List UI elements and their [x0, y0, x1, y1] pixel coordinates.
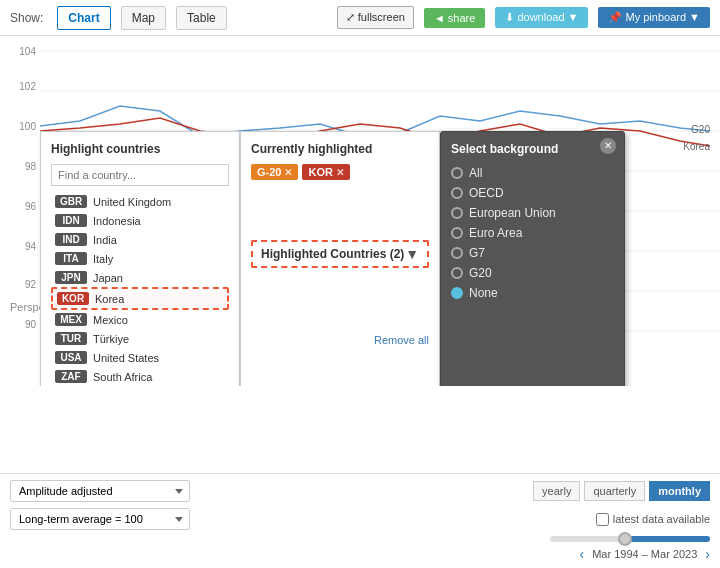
highlighted-tag[interactable]: KOR ✕	[302, 164, 349, 180]
country-name: Japan	[93, 272, 123, 284]
tab-chart[interactable]: Chart	[57, 6, 110, 30]
bg-option-label: G20	[469, 266, 492, 280]
radio-circle	[451, 227, 463, 239]
country-list: GBR United Kingdom IDN Indonesia IND Ind…	[51, 192, 229, 386]
bg-option[interactable]: OECD	[451, 186, 614, 200]
bg-option[interactable]: None	[451, 286, 614, 300]
country-code-badge: ZAF	[55, 370, 87, 383]
country-name: South Africa	[93, 371, 152, 383]
date-nav: ‹ Mar 1994 – Mar 2023 ›	[579, 546, 710, 562]
tag-remove-icon[interactable]: ✕	[284, 167, 292, 178]
country-item[interactable]: KOR Korea	[51, 287, 229, 310]
bg-options: All OECD European Union Euro Area G7 G20…	[451, 166, 614, 300]
country-item[interactable]: GBR United Kingdom	[51, 192, 229, 211]
country-item[interactable]: ITA Italy	[51, 249, 229, 268]
chart-area: 104 102 100 98 96 94 92 90 G20 Korea Per…	[0, 36, 720, 386]
top-bar: Show: Chart Map Table ⤢ fullscreen ◄ sha…	[0, 0, 720, 36]
remove-all-link[interactable]: Remove all	[374, 334, 429, 346]
highlight-panel-title: Highlight countries	[51, 142, 229, 156]
country-code-badge: IND	[55, 233, 87, 246]
bg-option[interactable]: European Union	[451, 206, 614, 220]
bg-option-label: None	[469, 286, 498, 300]
radio-circle	[451, 267, 463, 279]
bg-option-label: Euro Area	[469, 226, 522, 240]
highlighted-countries-label: Highlighted Countries (2)	[261, 247, 404, 261]
fullscreen-button[interactable]: ⤢ fullscreen	[337, 6, 414, 29]
bg-panel-close-button[interactable]: ✕	[600, 138, 616, 154]
bottom-row3: ‹ Mar 1994 – Mar 2023 ›	[10, 536, 710, 562]
bottom-row2: Long-term average = 100 latest data avai…	[10, 508, 710, 530]
bg-option-label: G7	[469, 246, 485, 260]
show-label: Show:	[10, 11, 43, 25]
freq-yearly[interactable]: yearly	[533, 481, 580, 501]
bg-option[interactable]: Euro Area	[451, 226, 614, 240]
slider-thumb[interactable]	[618, 532, 632, 546]
radio-circle	[451, 167, 463, 179]
date-range: Mar 1994 – Mar 2023	[592, 548, 697, 560]
country-item[interactable]: MEX Mexico	[51, 310, 229, 329]
country-item[interactable]: TUR Türkiye	[51, 329, 229, 348]
tag-label: G-20	[257, 166, 281, 178]
korea-chart-label: Korea	[683, 141, 710, 152]
prev-arrow[interactable]: ‹	[579, 546, 584, 562]
country-name: India	[93, 234, 117, 246]
country-code-badge: JPN	[55, 271, 87, 284]
country-name: Mexico	[93, 314, 128, 326]
country-item[interactable]: IDN Indonesia	[51, 211, 229, 230]
country-item[interactable]: USA United States	[51, 348, 229, 367]
country-item[interactable]: JPN Japan	[51, 268, 229, 287]
country-code-badge: ITA	[55, 252, 87, 265]
bg-option[interactable]: G20	[451, 266, 614, 280]
download-button[interactable]: ⬇ download ▼	[495, 7, 588, 28]
current-panel: Currently highlighted G-20 ✕KOR ✕ Remove…	[240, 131, 440, 386]
tab-map[interactable]: Map	[121, 6, 166, 30]
country-name: Italy	[93, 253, 113, 265]
country-code-badge: GBR	[55, 195, 87, 208]
freq-monthly[interactable]: monthly	[649, 481, 710, 501]
bg-panel-title: Select background	[451, 142, 614, 156]
overlay-container: Highlight countries GBR United Kingdom I…	[40, 131, 625, 386]
highlighted-tag[interactable]: G-20 ✕	[251, 164, 298, 180]
country-search-input[interactable]	[51, 164, 229, 186]
country-name: Türkiye	[93, 333, 129, 345]
tab-table[interactable]: Table	[176, 6, 227, 30]
country-code-badge: IDN	[55, 214, 87, 227]
bottom-row1: Amplitude adjusted yearly quarterly mont…	[10, 480, 710, 502]
radio-circle	[451, 207, 463, 219]
latest-data-label[interactable]: latest data available	[596, 513, 710, 526]
bg-option-label: OECD	[469, 186, 504, 200]
bg-option-label: All	[469, 166, 482, 180]
latest-data-checkbox[interactable]	[596, 513, 609, 526]
g20-chart-label: G20	[691, 124, 710, 135]
tag-remove-icon[interactable]: ✕	[336, 167, 344, 178]
country-name: Korea	[95, 293, 124, 305]
freq-quarterly[interactable]: quarterly	[584, 481, 645, 501]
longterm-select[interactable]: Long-term average = 100	[10, 508, 190, 530]
bg-option-label: European Union	[469, 206, 556, 220]
timeline-slider[interactable]	[550, 536, 710, 542]
radio-circle	[451, 247, 463, 259]
highlight-panel: Highlight countries GBR United Kingdom I…	[40, 131, 240, 386]
country-code-badge: MEX	[55, 313, 87, 326]
current-panel-title: Currently highlighted	[251, 142, 429, 156]
highlighted-countries-bar[interactable]: Highlighted Countries (2) ▼	[251, 240, 429, 268]
right-controls: yearly quarterly monthly	[533, 481, 710, 501]
share-button[interactable]: ◄ share	[424, 8, 485, 28]
slider-nav-controls: ‹ Mar 1994 – Mar 2023 ›	[550, 536, 710, 562]
bg-panel: Select background ✕ All OECD European Un…	[440, 131, 625, 386]
amplitude-select[interactable]: Amplitude adjusted	[10, 480, 190, 502]
country-item[interactable]: IND India	[51, 230, 229, 249]
highlighted-countries-dropdown-icon[interactable]: ▼	[405, 246, 419, 262]
slider-track[interactable]	[550, 536, 710, 542]
country-name: United States	[93, 352, 159, 364]
latest-data-text: latest data available	[613, 513, 710, 525]
slider-fill	[630, 536, 710, 542]
bg-option[interactable]: All	[451, 166, 614, 180]
bg-option[interactable]: G7	[451, 246, 614, 260]
next-arrow[interactable]: ›	[705, 546, 710, 562]
country-item[interactable]: ZAF South Africa	[51, 367, 229, 386]
radio-circle	[451, 187, 463, 199]
pinboard-button[interactable]: 📌 My pinboard ▼	[598, 7, 710, 28]
radio-circle	[451, 287, 463, 299]
country-code-badge: USA	[55, 351, 87, 364]
